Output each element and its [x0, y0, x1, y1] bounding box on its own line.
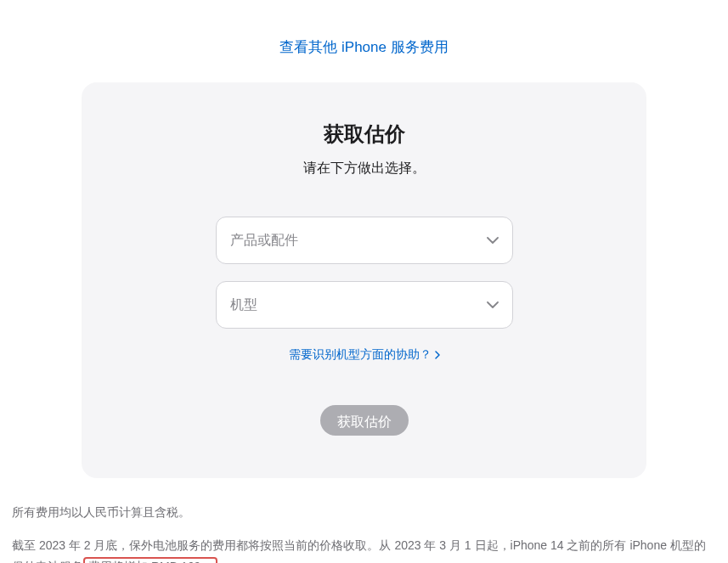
- product-select-placeholder: 产品或配件: [230, 232, 298, 250]
- help-identify-link[interactable]: 需要识别机型方面的协助？: [289, 347, 440, 363]
- card-subtitle: 请在下方做出选择。: [124, 160, 604, 177]
- footer-text: 所有费用均以人民币计算且含税。 截至 2023 年 2 月底，保外电池服务的费用…: [8, 502, 720, 563]
- get-estimate-button[interactable]: 获取估价: [320, 405, 409, 436]
- help-link-text: 需要识别机型方面的协助？: [289, 347, 432, 363]
- chevron-down-icon: [487, 237, 499, 244]
- product-select-wrapper: 产品或配件: [216, 217, 513, 264]
- estimate-card: 获取估价 请在下方做出选择。 产品或配件 机型 需要识别机型方面的协助？: [82, 82, 646, 478]
- highlight-annotation: 费用将增加 RMB 169。: [83, 557, 217, 563]
- card-title: 获取估价: [124, 121, 604, 148]
- top-link-wrapper: 查看其他 iPhone 服务费用: [8, 0, 720, 82]
- chevron-down-icon: [487, 301, 499, 308]
- chevron-right-icon: [435, 348, 440, 362]
- product-select[interactable]: 产品或配件: [216, 217, 513, 264]
- footer-line-1: 所有费用均以人民币计算且含税。: [12, 502, 716, 523]
- footer-line-2: 截至 2023 年 2 月底，保外电池服务的费用都将按照当前的价格收取。从 20…: [12, 535, 716, 563]
- model-select[interactable]: 机型: [216, 281, 513, 329]
- model-select-wrapper: 机型: [216, 281, 513, 329]
- other-services-link[interactable]: 查看其他 iPhone 服务费用: [279, 39, 448, 55]
- model-select-placeholder: 机型: [230, 296, 257, 314]
